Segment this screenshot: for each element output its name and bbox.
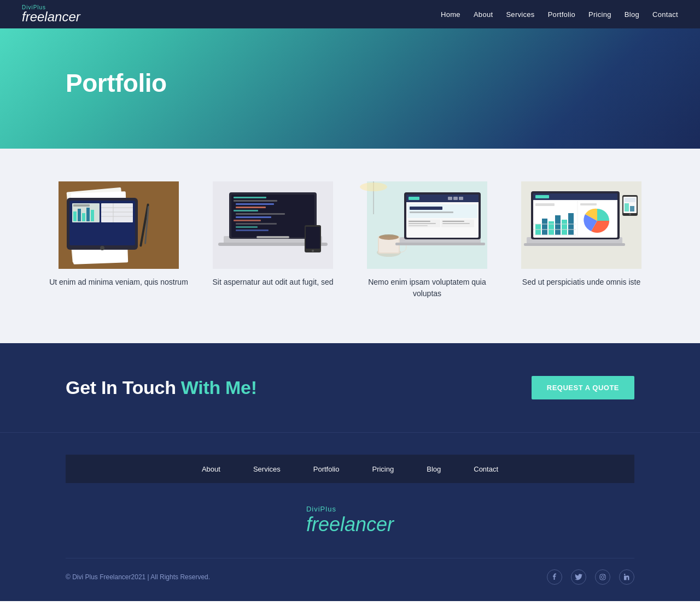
footer: About Services Portfolio Pricing Blog Co… xyxy=(0,432,700,601)
portfolio-section: Ut enim ad minima veniam, quis nostrum xyxy=(0,149,700,343)
footer-logo-name: freelancer xyxy=(306,513,394,536)
svg-rect-26 xyxy=(234,197,266,198)
svg-point-20 xyxy=(100,246,104,250)
svg-rect-11 xyxy=(91,210,94,221)
request-quote-button[interactable]: Request A Quote xyxy=(532,376,634,399)
svg-rect-60 xyxy=(409,223,436,224)
svg-point-95 xyxy=(602,576,604,579)
svg-rect-28 xyxy=(236,203,274,205)
svg-rect-47 xyxy=(395,243,485,245)
cta-title-plain: Get In Touch xyxy=(66,377,181,398)
cta-title-highlight: With Me! xyxy=(181,377,257,398)
svg-rect-69 xyxy=(524,243,625,246)
svg-rect-39 xyxy=(306,227,320,249)
svg-rect-51 xyxy=(409,197,419,200)
svg-rect-61 xyxy=(409,225,428,226)
portfolio-caption-2: Sit aspernatur aut odit aut fugit, sed xyxy=(212,276,333,288)
svg-rect-10 xyxy=(86,208,90,221)
svg-rect-29 xyxy=(236,207,266,208)
nav-contact[interactable]: Contact xyxy=(652,10,678,19)
svg-point-45 xyxy=(379,234,399,240)
navbar: DiviPlus freelancer Home About Services … xyxy=(0,0,700,28)
svg-rect-13 xyxy=(101,203,133,222)
nav-links: Home About Services Portfolio Pricing Bl… xyxy=(441,9,678,19)
nav-about[interactable]: About xyxy=(474,10,493,19)
nav-home[interactable]: Home xyxy=(441,10,460,19)
social-icons xyxy=(547,569,634,585)
facebook-icon[interactable] xyxy=(547,569,562,585)
svg-rect-77 xyxy=(542,219,547,235)
svg-point-93 xyxy=(629,213,631,215)
svg-rect-75 xyxy=(535,203,555,206)
cta-title: Get In Touch With Me! xyxy=(66,377,257,398)
instagram-icon[interactable] xyxy=(595,569,610,585)
svg-rect-80 xyxy=(562,220,567,235)
footer-link-about[interactable]: About xyxy=(202,465,220,473)
svg-rect-73 xyxy=(535,195,549,198)
svg-rect-12 xyxy=(73,204,90,207)
svg-rect-63 xyxy=(442,221,464,222)
footer-bottom: © Divi Plus Freelancer2021 | All Rights … xyxy=(66,558,634,585)
linkedin-icon[interactable] xyxy=(619,569,634,585)
portfolio-image-4 xyxy=(512,181,651,269)
portfolio-image-1 xyxy=(49,181,188,269)
svg-rect-59 xyxy=(409,221,430,222)
svg-rect-31 xyxy=(236,213,285,215)
svg-rect-90 xyxy=(625,198,635,202)
svg-point-96 xyxy=(604,575,605,576)
page-title: Portfolio xyxy=(66,68,167,98)
portfolio-item-3[interactable]: Nemo enim ipsam voluptatem quia voluptas xyxy=(358,181,497,299)
svg-rect-9 xyxy=(82,213,85,221)
portfolio-image-3 xyxy=(358,181,497,269)
hero-banner: Portfolio xyxy=(0,28,700,149)
footer-logo: DiviPlus freelancer xyxy=(66,505,634,536)
svg-rect-37 xyxy=(256,236,289,238)
portfolio-item-4[interactable]: Sed ut perspiciatis unde omnis iste xyxy=(512,181,651,299)
portfolio-image-2 xyxy=(203,181,342,269)
nav-pricing[interactable]: Pricing xyxy=(588,10,611,19)
footer-link-blog[interactable]: Blog xyxy=(427,465,441,473)
logo-name: freelancer xyxy=(22,9,80,24)
cta-section: Get In Touch With Me! Request A Quote xyxy=(0,343,700,432)
portfolio-caption-1: Ut enim ad minima veniam, quis nostrum xyxy=(49,276,188,288)
svg-point-40 xyxy=(312,250,314,252)
nav-portfolio[interactable]: Portfolio xyxy=(548,10,575,19)
nav-services[interactable]: Services xyxy=(506,10,534,19)
footer-logo-brand: DiviPlus xyxy=(306,505,394,513)
svg-rect-8 xyxy=(78,209,81,221)
svg-rect-55 xyxy=(407,204,477,218)
svg-rect-32 xyxy=(236,216,271,218)
svg-rect-34 xyxy=(236,223,277,225)
twitter-icon[interactable] xyxy=(571,569,586,585)
svg-rect-79 xyxy=(555,215,561,235)
logo[interactable]: DiviPlus freelancer xyxy=(22,5,80,23)
portfolio-grid: Ut enim ad minima veniam, quis nostrum xyxy=(49,181,651,299)
portfolio-caption-4: Sed ut perspiciatis unde omnis iste xyxy=(522,276,640,288)
svg-rect-57 xyxy=(410,211,453,213)
svg-rect-64 xyxy=(442,223,470,224)
svg-rect-91 xyxy=(625,203,629,211)
svg-rect-54 xyxy=(459,197,463,200)
footer-link-portfolio[interactable]: Portfolio xyxy=(313,465,340,473)
svg-rect-52 xyxy=(448,197,452,200)
footer-nav: About Services Portfolio Pricing Blog Co… xyxy=(66,455,634,483)
footer-link-pricing[interactable]: Pricing xyxy=(372,465,394,473)
footer-link-contact[interactable]: Contact xyxy=(474,465,498,473)
svg-rect-27 xyxy=(234,200,277,202)
nav-blog[interactable]: Blog xyxy=(625,10,639,19)
svg-rect-36 xyxy=(236,230,269,231)
copyright-text: © Divi Plus Freelancer2021 | All Rights … xyxy=(66,573,210,581)
svg-rect-56 xyxy=(410,207,442,210)
svg-rect-86 xyxy=(580,203,597,205)
portfolio-item-1[interactable]: Ut enim ad minima veniam, quis nostrum xyxy=(49,181,188,299)
svg-rect-33 xyxy=(234,220,261,221)
svg-rect-7 xyxy=(73,211,77,221)
svg-rect-78 xyxy=(549,221,554,235)
svg-rect-53 xyxy=(453,197,458,200)
portfolio-caption-3: Nemo enim ipsam voluptatem quia voluptas xyxy=(358,276,497,299)
svg-rect-92 xyxy=(630,206,634,211)
footer-link-services[interactable]: Services xyxy=(253,465,281,473)
portfolio-item-2[interactable]: Sit aspernatur aut odit aut fugit, sed xyxy=(203,181,342,299)
svg-rect-30 xyxy=(234,210,258,211)
svg-point-66 xyxy=(360,183,387,191)
